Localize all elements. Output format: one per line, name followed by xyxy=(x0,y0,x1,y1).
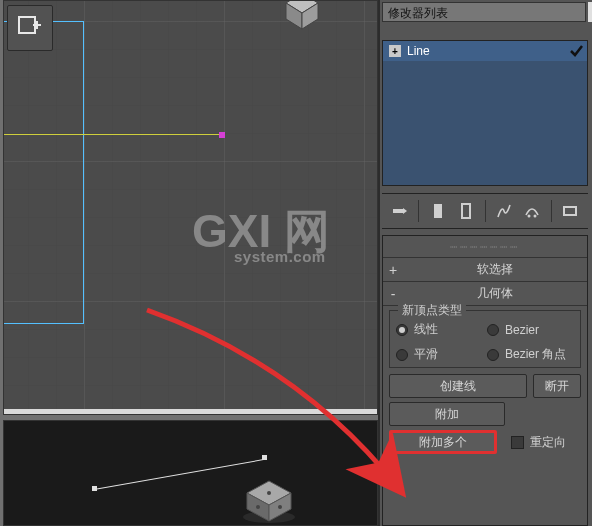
radio-label: 平滑 xyxy=(414,346,438,363)
svg-rect-15 xyxy=(434,204,442,218)
viewport-area: GXI 网 system.com xyxy=(0,0,378,526)
modifier-list-label: 修改器列表 xyxy=(388,6,448,20)
radio-label: 线性 xyxy=(414,321,438,338)
pin-stack-button[interactable] xyxy=(388,200,410,222)
modifier-toolbar xyxy=(382,193,588,229)
vertex-a[interactable] xyxy=(92,486,97,491)
svg-point-17 xyxy=(528,215,531,218)
curve-icon xyxy=(496,203,512,219)
rollout-label: 几何体 xyxy=(403,285,587,302)
rollout-container: ┈┈┈┈┈┈┈ + 软选择 - 几何体 新顶点类型 线性 Bezier xyxy=(382,235,588,526)
rollout-label: 软选择 xyxy=(403,261,587,278)
group-title: 新顶点类型 xyxy=(398,302,466,319)
configure-icon xyxy=(562,203,580,219)
radio-icon xyxy=(396,324,408,336)
svg-rect-3 xyxy=(19,17,35,33)
view-cube[interactable] xyxy=(282,0,322,31)
radio-bezier-corner[interactable]: Bezier 角点 xyxy=(487,346,574,363)
viewport-top[interactable]: GXI 网 system.com xyxy=(3,0,378,415)
show-result-button[interactable] xyxy=(427,200,449,222)
svg-point-18 xyxy=(534,215,537,218)
stack-hollow-icon xyxy=(459,203,473,219)
make-unique-button[interactable] xyxy=(455,200,477,222)
reorient-checkbox[interactable]: 重定向 xyxy=(511,430,581,454)
radio-bezier[interactable]: Bezier xyxy=(487,321,574,338)
scene-cube[interactable] xyxy=(239,479,299,524)
minus-icon: - xyxy=(383,286,403,302)
modifier-item-line[interactable]: + Line xyxy=(383,41,587,61)
remove-modifier-button[interactable] xyxy=(494,200,516,222)
viewport-perspective[interactable] xyxy=(3,420,378,526)
radio-linear[interactable]: 线性 xyxy=(396,321,483,338)
plus-icon: + xyxy=(383,262,403,278)
radio-smooth[interactable]: 平滑 xyxy=(396,346,483,363)
checkbox-label: 重定向 xyxy=(530,434,566,451)
pin-icon xyxy=(391,203,407,219)
curve2-icon xyxy=(524,203,540,219)
rollout-grip[interactable]: ┈┈┈┈┈┈┈ xyxy=(383,236,587,258)
check-icon xyxy=(569,44,583,58)
vertex-b[interactable] xyxy=(262,455,267,460)
viewport-divider xyxy=(4,409,377,415)
radio-icon xyxy=(487,349,499,361)
modify-panel: 修改器列表 + Line xyxy=(378,0,592,526)
spline-shape[interactable] xyxy=(4,21,84,324)
checkbox-icon xyxy=(511,436,524,449)
svg-rect-16 xyxy=(462,204,470,218)
new-vertex-type-group: 新顶点类型 线性 Bezier 平滑 Bezier 角点 xyxy=(389,310,581,368)
modifier-stack[interactable]: + Line xyxy=(382,40,588,186)
configure-sets-button[interactable] xyxy=(521,200,543,222)
dropdown-scrollbar[interactable] xyxy=(588,2,592,22)
radio-label: Bezier xyxy=(505,323,539,337)
svg-rect-20 xyxy=(565,208,575,214)
radio-icon xyxy=(396,349,408,361)
svg-point-10 xyxy=(267,491,271,495)
create-line-button[interactable]: 创建线 xyxy=(389,374,527,398)
attach-button[interactable]: 附加 xyxy=(389,402,505,426)
expand-icon[interactable]: + xyxy=(389,45,401,57)
rollout-soft-selection[interactable]: + 软选择 xyxy=(383,258,587,282)
break-button[interactable]: 断开 xyxy=(533,374,581,398)
modifier-list-dropdown[interactable]: 修改器列表 xyxy=(382,2,586,22)
vertex-marker[interactable] xyxy=(219,132,225,138)
svg-marker-14 xyxy=(403,208,407,214)
app-logo-button[interactable] xyxy=(7,5,53,51)
configure-button[interactable] xyxy=(560,200,582,222)
modifier-item-label: Line xyxy=(407,44,430,58)
radio-label: Bezier 角点 xyxy=(505,346,566,363)
svg-point-12 xyxy=(278,505,282,509)
svg-rect-13 xyxy=(393,209,403,213)
svg-point-11 xyxy=(256,505,260,509)
stack-icon xyxy=(431,203,445,219)
radio-icon xyxy=(487,324,499,336)
attach-multiple-button[interactable]: 附加多个 xyxy=(389,430,497,454)
axis-line xyxy=(4,134,222,135)
app-logo-icon xyxy=(16,14,44,42)
